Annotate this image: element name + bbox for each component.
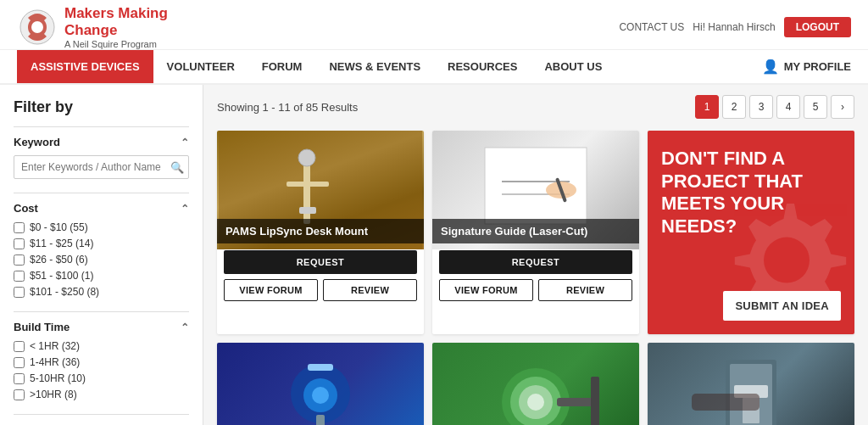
my-profile-nav[interactable]: 👤 MY PROFILE — [762, 59, 851, 75]
card-image-wrap-2: Signature Guide (Laser-Cut) — [432, 131, 639, 243]
results-header: Showing 1 - 11 of 85 Results 1 2 3 4 5 › — [217, 95, 854, 119]
build-checkbox-2[interactable] — [14, 357, 25, 368]
cost-option-label-5[interactable]: $101 - $250 (8) — [30, 286, 99, 298]
nav-item-assistive-devices[interactable]: ASSISTIVE DEVICES — [17, 50, 153, 83]
card-image-wrap-1: PAMS LipSync Desk Mount — [217, 131, 424, 243]
request-button-2[interactable]: REQUEST — [439, 250, 632, 274]
build-time-chevron-icon: ⌃ — [181, 322, 189, 333]
cost-option-label-2[interactable]: $11 - $25 (14) — [30, 238, 93, 249]
card-pams-lipsync: PAMS LipSync Desk Mount REQUEST VIEW FOR… — [217, 131, 424, 334]
build-option-1: < 1HR (32) — [14, 340, 189, 352]
cost-option-2: $11 - $25 (14) — [14, 238, 189, 249]
cost-label: Cost — [14, 202, 38, 215]
page-btn-4[interactable]: 4 — [776, 95, 800, 119]
cost-option-3: $26 - $50 (6) — [14, 254, 189, 266]
svg-rect-28 — [692, 394, 760, 411]
cost-option-5: $101 - $250 (8) — [14, 286, 189, 298]
cost-option-label-4[interactable]: $51 - $100 (1) — [30, 270, 93, 282]
build-option-label-1[interactable]: < 1HR (32) — [30, 340, 80, 352]
logo-icon — [17, 7, 58, 48]
keyword-filter: Keyword ⌃ 🔍 — [14, 126, 189, 179]
logo: Makers Making Change A Neil Squire Progr… — [17, 5, 168, 49]
page-btn-5[interactable]: 5 — [804, 95, 827, 119]
promo-title: DON'T FIND A PROJECT THAT MEETS YOUR NEE… — [661, 148, 841, 238]
logo-line2: Change — [64, 22, 168, 39]
cost-checkbox-5[interactable] — [14, 287, 25, 298]
contact-link[interactable]: CONTACT US — [619, 21, 684, 33]
profile-icon: 👤 — [762, 59, 779, 75]
build-option-3: 5-10HR (10) — [14, 372, 189, 384]
logo-title: Makers Making — [64, 5, 168, 22]
svg-rect-6 — [299, 207, 316, 214]
view-forum-button-2[interactable]: VIEW FORUM — [439, 279, 533, 301]
card-promo: DON'T FIND A PROJECT THAT MEETS YOUR NEE… — [648, 131, 854, 334]
card-holder-clip: Holder Clip for Ambutech PGS Mobility Ca… — [648, 343, 854, 425]
build-checkbox-3[interactable] — [14, 373, 25, 384]
page-btn-next[interactable]: › — [831, 95, 854, 119]
card-image-wrap-6: Holder Clip for Ambutech PGS Mobility Ca… — [648, 343, 854, 425]
nav-item-forum[interactable]: FORUM — [248, 50, 316, 83]
view-forum-button-1[interactable]: VIEW FORUM — [224, 279, 318, 301]
build-time-filter: Build Time ⌃ < 1HR (32) 1-4HR (36) 5-10H… — [14, 311, 189, 400]
svg-rect-17 — [316, 415, 325, 425]
keyword-input-wrap: 🔍 — [14, 155, 189, 179]
nav-item-news-events[interactable]: NEWS & EVENTS — [315, 50, 434, 83]
cost-checkbox-4[interactable] — [14, 271, 25, 282]
build-checkbox-1[interactable] — [14, 341, 25, 352]
card-title-2: Signature Guide (Laser-Cut) — [432, 219, 639, 243]
keyword-input[interactable] — [14, 155, 189, 179]
request-button-1[interactable]: REQUEST — [224, 250, 417, 274]
build-checkbox-4[interactable] — [14, 389, 25, 400]
page-body: Filter by Keyword ⌃ 🔍 Cost ⌃ $0 - $10 (5… — [0, 85, 868, 425]
profile-label: MY PROFILE — [784, 60, 851, 73]
review-button-1[interactable]: REVIEW — [323, 279, 417, 301]
build-time-filter-header[interactable]: Build Time ⌃ — [14, 321, 189, 333]
build-option-label-3[interactable]: 5-10HR (10) — [30, 372, 86, 384]
cost-option-label-1[interactable]: $0 - $10 (55) — [30, 221, 88, 233]
build-option-4: >10HR (8) — [14, 389, 189, 400]
cost-checkbox-1[interactable] — [14, 222, 25, 233]
logo-text: Makers Making Change A Neil Squire Progr… — [64, 5, 168, 49]
cost-checkbox-3[interactable] — [14, 254, 25, 266]
page-btn-3[interactable]: 3 — [749, 95, 773, 119]
main-nav: ASSISTIVE DEVICES VOLUNTEER FORUM NEWS &… — [0, 50, 868, 85]
cards-grid: PAMS LipSync Desk Mount REQUEST VIEW FOR… — [217, 131, 854, 425]
svg-rect-23 — [591, 377, 599, 425]
card-actions-1: REQUEST VIEW FORUM REVIEW — [217, 243, 424, 308]
keyword-filter-header[interactable]: Keyword ⌃ — [14, 136, 189, 148]
nav-item-resources[interactable]: RESOURCES — [434, 50, 531, 83]
cost-checkbox-2[interactable] — [14, 238, 25, 249]
btn-row-2: VIEW FORUM REVIEW — [439, 279, 632, 301]
cost-filter-header[interactable]: Cost ⌃ — [14, 202, 189, 215]
keyword-chevron-icon: ⌃ — [181, 137, 189, 148]
svg-point-16 — [312, 387, 329, 404]
difficulty-filter: Difficulty ⌃ BEGINNER (51) INTERMEDIATE … — [14, 414, 189, 425]
logo-program: A Neil Squire Program — [64, 39, 168, 49]
hi-user-label: Hi! Hannah Hirsch — [693, 21, 775, 33]
build-option-label-4[interactable]: >10HR (8) — [30, 389, 77, 400]
submit-idea-button[interactable]: SUBMIT AN IDEA — [723, 291, 841, 321]
build-option-label-2[interactable]: 1-4HR (36) — [30, 356, 80, 368]
card-actions-2: REQUEST VIEW FORUM REVIEW — [432, 243, 639, 308]
keyword-search-icon[interactable]: 🔍 — [170, 161, 184, 174]
keyword-label: Keyword — [14, 136, 60, 148]
card-image-wrap-5: PAMS Small Button Mount — [432, 343, 639, 425]
results-count: Showing 1 - 11 of 85 Results — [217, 101, 358, 114]
card-bluetooth-headmouse: Bluetooth Headmouse REQUEST VIEW FORUM R… — [217, 343, 424, 425]
page-btn-1[interactable]: 1 — [695, 95, 719, 119]
btn-row-1: VIEW FORUM REVIEW — [224, 279, 417, 301]
page-btn-2[interactable]: 2 — [722, 95, 746, 119]
nav-item-volunteer[interactable]: VOLUNTEER — [153, 50, 248, 83]
cost-chevron-icon: ⌃ — [181, 203, 189, 215]
review-button-2[interactable]: REVIEW — [538, 279, 632, 301]
cost-filter: Cost ⌃ $0 - $10 (55) $11 - $25 (14) $26 … — [14, 193, 189, 298]
card-title-1: PAMS LipSync Desk Mount — [217, 219, 424, 243]
top-bar: Makers Making Change A Neil Squire Progr… — [0, 0, 868, 50]
nav-item-about-us[interactable]: ABOUT US — [531, 50, 615, 83]
cost-option-label-3[interactable]: $26 - $50 (6) — [30, 254, 88, 266]
logout-button[interactable]: LOGOUT — [784, 17, 851, 37]
svg-point-1 — [31, 21, 43, 33]
main-content: Showing 1 - 11 of 85 Results 1 2 3 4 5 › — [203, 85, 868, 425]
card-image-wrap-4: Bluetooth Headmouse — [217, 343, 424, 425]
svg-point-5 — [298, 149, 315, 166]
